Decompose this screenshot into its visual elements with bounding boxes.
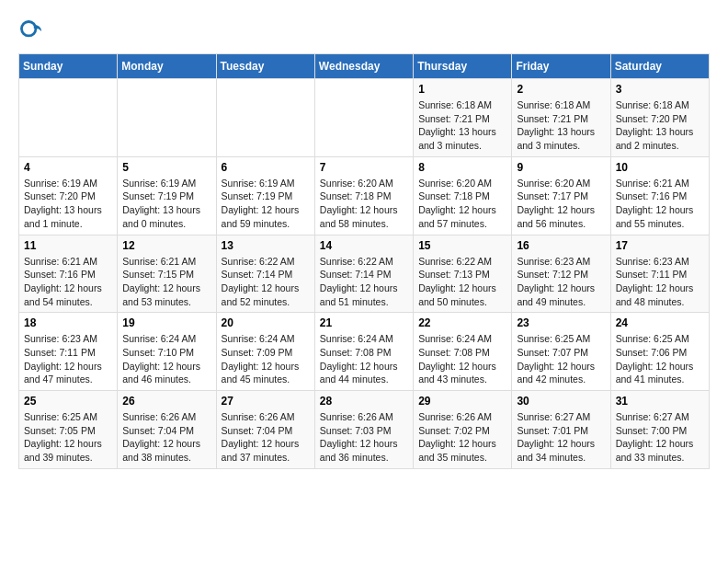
- logo: [18, 18, 48, 44]
- day-number: 30: [517, 395, 605, 408]
- day-info: Sunrise: 6:26 AM Sunset: 7:02 PM Dayligh…: [418, 410, 506, 465]
- day-header-monday: Monday: [118, 54, 216, 79]
- week-row-1: 1Sunrise: 6:18 AM Sunset: 7:21 PM Daylig…: [19, 79, 710, 157]
- day-number: 12: [122, 239, 210, 252]
- calendar-cell: 25Sunrise: 6:25 AM Sunset: 7:05 PM Dayli…: [19, 391, 118, 469]
- day-info: Sunrise: 6:23 AM Sunset: 7:12 PM Dayligh…: [517, 255, 605, 309]
- day-info: Sunrise: 6:27 AM Sunset: 7:01 PM Dayligh…: [517, 410, 605, 465]
- day-info: Sunrise: 6:25 AM Sunset: 7:07 PM Dayligh…: [517, 332, 605, 386]
- week-row-2: 4Sunrise: 6:19 AM Sunset: 7:20 PM Daylig…: [19, 156, 710, 235]
- calendar-cell: 10Sunrise: 6:21 AM Sunset: 7:16 PM Dayli…: [610, 156, 709, 235]
- day-number: 23: [517, 316, 605, 329]
- day-header-saturday: Saturday: [610, 54, 709, 79]
- calendar-cell: 14Sunrise: 6:22 AM Sunset: 7:14 PM Dayli…: [314, 235, 413, 313]
- day-info: Sunrise: 6:18 AM Sunset: 7:21 PM Dayligh…: [418, 98, 506, 153]
- calendar-cell: 24Sunrise: 6:25 AM Sunset: 7:06 PM Dayli…: [610, 313, 709, 391]
- calendar-cell: 16Sunrise: 6:23 AM Sunset: 7:12 PM Dayli…: [512, 235, 610, 313]
- calendar-cell: [216, 79, 314, 157]
- day-number: 21: [320, 316, 408, 329]
- day-header-friday: Friday: [512, 54, 610, 79]
- day-info: Sunrise: 6:27 AM Sunset: 7:00 PM Dayligh…: [616, 410, 704, 465]
- day-number: 5: [122, 161, 210, 174]
- calendar-cell: 8Sunrise: 6:20 AM Sunset: 7:18 PM Daylig…: [414, 156, 512, 235]
- day-number: 2: [517, 83, 605, 96]
- day-info: Sunrise: 6:26 AM Sunset: 7:04 PM Dayligh…: [222, 410, 310, 465]
- calendar-cell: 17Sunrise: 6:23 AM Sunset: 7:11 PM Dayli…: [610, 235, 709, 313]
- day-info: Sunrise: 6:22 AM Sunset: 7:14 PM Dayligh…: [320, 255, 408, 309]
- day-number: 9: [517, 161, 605, 174]
- day-number: 15: [418, 239, 506, 252]
- week-row-4: 18Sunrise: 6:23 AM Sunset: 7:11 PM Dayli…: [19, 313, 710, 391]
- calendar-cell: 11Sunrise: 6:21 AM Sunset: 7:16 PM Dayli…: [19, 235, 118, 313]
- day-info: Sunrise: 6:22 AM Sunset: 7:13 PM Dayligh…: [418, 255, 506, 309]
- day-info: Sunrise: 6:26 AM Sunset: 7:03 PM Dayligh…: [320, 410, 408, 465]
- day-info: Sunrise: 6:23 AM Sunset: 7:11 PM Dayligh…: [616, 255, 704, 309]
- day-info: Sunrise: 6:18 AM Sunset: 7:21 PM Dayligh…: [517, 98, 605, 153]
- calendar-cell: 13Sunrise: 6:22 AM Sunset: 7:14 PM Dayli…: [216, 235, 314, 313]
- day-info: Sunrise: 6:25 AM Sunset: 7:06 PM Dayligh…: [616, 332, 704, 386]
- day-number: 22: [418, 316, 506, 329]
- calendar-cell: 6Sunrise: 6:19 AM Sunset: 7:19 PM Daylig…: [216, 156, 314, 235]
- day-info: Sunrise: 6:21 AM Sunset: 7:15 PM Dayligh…: [122, 255, 210, 309]
- day-number: 6: [222, 161, 310, 174]
- calendar-cell: 3Sunrise: 6:18 AM Sunset: 7:20 PM Daylig…: [610, 79, 709, 157]
- calendar-cell: 28Sunrise: 6:26 AM Sunset: 7:03 PM Dayli…: [314, 391, 413, 469]
- calendar-cell: [314, 79, 413, 157]
- day-info: Sunrise: 6:21 AM Sunset: 7:16 PM Dayligh…: [24, 255, 112, 309]
- day-info: Sunrise: 6:24 AM Sunset: 7:08 PM Dayligh…: [320, 332, 408, 386]
- day-info: Sunrise: 6:22 AM Sunset: 7:14 PM Dayligh…: [222, 255, 310, 309]
- day-number: 13: [222, 239, 310, 252]
- calendar-header: SundayMondayTuesdayWednesdayThursdayFrid…: [19, 54, 710, 79]
- calendar-body: 1Sunrise: 6:18 AM Sunset: 7:21 PM Daylig…: [19, 79, 710, 469]
- calendar-cell: 30Sunrise: 6:27 AM Sunset: 7:01 PM Dayli…: [512, 391, 610, 469]
- day-number: 29: [418, 395, 506, 408]
- calendar-cell: 27Sunrise: 6:26 AM Sunset: 7:04 PM Dayli…: [216, 391, 314, 469]
- day-number: 18: [24, 316, 112, 329]
- calendar-cell: 4Sunrise: 6:19 AM Sunset: 7:20 PM Daylig…: [19, 156, 118, 235]
- calendar-cell: 31Sunrise: 6:27 AM Sunset: 7:00 PM Dayli…: [610, 391, 709, 469]
- day-info: Sunrise: 6:24 AM Sunset: 7:10 PM Dayligh…: [122, 332, 210, 386]
- day-info: Sunrise: 6:24 AM Sunset: 7:08 PM Dayligh…: [418, 332, 506, 386]
- calendar-cell: 18Sunrise: 6:23 AM Sunset: 7:11 PM Dayli…: [19, 313, 118, 391]
- day-number: 28: [320, 395, 408, 408]
- day-header-thursday: Thursday: [414, 54, 512, 79]
- calendar-cell: 20Sunrise: 6:24 AM Sunset: 7:09 PM Dayli…: [216, 313, 314, 391]
- day-number: 10: [616, 161, 704, 174]
- day-info: Sunrise: 6:19 AM Sunset: 7:19 PM Dayligh…: [222, 177, 310, 231]
- day-header-tuesday: Tuesday: [216, 54, 314, 79]
- calendar-cell: 26Sunrise: 6:26 AM Sunset: 7:04 PM Dayli…: [118, 391, 216, 469]
- calendar-cell: 9Sunrise: 6:20 AM Sunset: 7:17 PM Daylig…: [512, 156, 610, 235]
- calendar-cell: 23Sunrise: 6:25 AM Sunset: 7:07 PM Dayli…: [512, 313, 610, 391]
- day-info: Sunrise: 6:20 AM Sunset: 7:17 PM Dayligh…: [517, 177, 605, 231]
- calendar-cell: 22Sunrise: 6:24 AM Sunset: 7:08 PM Dayli…: [414, 313, 512, 391]
- day-number: 16: [517, 239, 605, 252]
- calendar-cell: 21Sunrise: 6:24 AM Sunset: 7:08 PM Dayli…: [314, 313, 413, 391]
- calendar-cell: 2Sunrise: 6:18 AM Sunset: 7:21 PM Daylig…: [512, 79, 610, 157]
- day-info: Sunrise: 6:25 AM Sunset: 7:05 PM Dayligh…: [24, 410, 112, 465]
- calendar-cell: 1Sunrise: 6:18 AM Sunset: 7:21 PM Daylig…: [414, 79, 512, 157]
- calendar-cell: [19, 79, 118, 157]
- svg-point-1: [23, 23, 35, 35]
- day-info: Sunrise: 6:20 AM Sunset: 7:18 PM Dayligh…: [418, 177, 506, 231]
- calendar-cell: 29Sunrise: 6:26 AM Sunset: 7:02 PM Dayli…: [414, 391, 512, 469]
- day-number: 11: [24, 239, 112, 252]
- day-number: 24: [616, 316, 704, 329]
- day-number: 31: [616, 395, 704, 408]
- day-number: 19: [122, 316, 210, 329]
- week-row-5: 25Sunrise: 6:25 AM Sunset: 7:05 PM Dayli…: [19, 391, 710, 469]
- day-info: Sunrise: 6:20 AM Sunset: 7:18 PM Dayligh…: [320, 177, 408, 231]
- day-info: Sunrise: 6:21 AM Sunset: 7:16 PM Dayligh…: [616, 177, 704, 231]
- page-header: [18, 18, 710, 44]
- day-info: Sunrise: 6:18 AM Sunset: 7:20 PM Dayligh…: [616, 98, 704, 153]
- day-info: Sunrise: 6:24 AM Sunset: 7:09 PM Dayligh…: [222, 332, 310, 386]
- day-header-wednesday: Wednesday: [314, 54, 413, 79]
- day-number: 27: [222, 395, 310, 408]
- day-number: 17: [616, 239, 704, 252]
- day-number: 8: [418, 161, 506, 174]
- day-info: Sunrise: 6:23 AM Sunset: 7:11 PM Dayligh…: [24, 332, 112, 386]
- day-info: Sunrise: 6:19 AM Sunset: 7:20 PM Dayligh…: [24, 177, 112, 231]
- calendar-cell: 19Sunrise: 6:24 AM Sunset: 7:10 PM Dayli…: [118, 313, 216, 391]
- day-number: 4: [24, 161, 112, 174]
- day-number: 20: [222, 316, 310, 329]
- calendar-cell: 7Sunrise: 6:20 AM Sunset: 7:18 PM Daylig…: [314, 156, 413, 235]
